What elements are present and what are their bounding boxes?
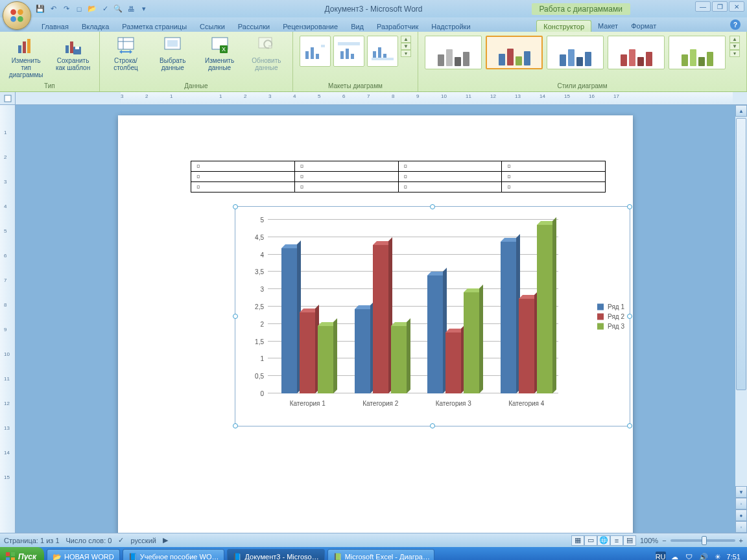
tab-chart-layout[interactable]: Макет bbox=[591, 20, 624, 32]
print-layout-view-icon[interactable]: ▦ bbox=[571, 535, 584, 546]
browse-object-icon[interactable]: ● bbox=[735, 509, 747, 521]
scroll-up-icon[interactable]: ▲ bbox=[735, 105, 747, 117]
tab-addins[interactable]: Надстройки bbox=[425, 21, 477, 32]
chart-plot-area[interactable]: 00,511,522,533,544,55Категория 1Категори… bbox=[268, 220, 558, 393]
switch-row-col-button[interactable]: Строка/столбец bbox=[104, 33, 148, 73]
document-table[interactable]: ¤¤¤¤ ¤¤¤¤ ¤¤¤¤ bbox=[191, 161, 606, 192]
tray-icon[interactable]: 🔊 bbox=[698, 552, 709, 560]
gallery-scroll-icon[interactable]: ▾ bbox=[729, 50, 740, 57]
gallery-scroll-icon[interactable]: ▼ bbox=[729, 43, 740, 50]
style-thumb[interactable] bbox=[608, 36, 665, 69]
tray-icon[interactable]: ☁ bbox=[670, 552, 680, 560]
selection-handle[interactable] bbox=[627, 314, 632, 319]
macro-icon[interactable]: ▶ bbox=[163, 536, 168, 544]
selection-handle[interactable] bbox=[430, 204, 435, 209]
tray-lang-icon[interactable]: RU bbox=[656, 552, 666, 560]
spell-check-icon[interactable]: ✓ bbox=[118, 536, 124, 544]
chart-object[interactable]: 00,511,522,533,544,55Категория 1Категори… bbox=[235, 206, 630, 426]
svg-rect-35 bbox=[5, 95, 11, 102]
status-page[interactable]: Страница: 1 из 1 bbox=[4, 537, 60, 544]
layout-thumb[interactable] bbox=[367, 36, 398, 67]
svg-rect-28 bbox=[346, 49, 349, 59]
tab-mailings[interactable]: Рассылки bbox=[231, 21, 276, 32]
chart-legend[interactable]: Ряд 1Ряд 2Ряд 3 bbox=[597, 301, 624, 332]
taskbar-item[interactable]: 📗 Microsoft Excel - Диагра… bbox=[327, 549, 434, 560]
save-template-button[interactable]: Сохранить как шаблон bbox=[51, 33, 95, 73]
tab-design[interactable]: Конструктор bbox=[536, 20, 591, 32]
vertical-ruler[interactable]: 123456789101112131415 bbox=[0, 105, 16, 533]
new-icon[interactable]: □ bbox=[74, 4, 84, 14]
tab-references[interactable]: Ссылки bbox=[193, 21, 231, 32]
draft-view-icon[interactable]: ▤ bbox=[623, 535, 636, 546]
print-icon[interactable]: 🖶 bbox=[126, 4, 136, 14]
scroll-thumb[interactable] bbox=[736, 118, 746, 390]
gallery-more-icon[interactable]: ▾ bbox=[401, 50, 411, 57]
selection-handle[interactable] bbox=[233, 204, 238, 209]
qat-dropdown-icon[interactable]: ▾ bbox=[139, 4, 149, 14]
start-button[interactable]: Пуск bbox=[0, 547, 44, 560]
redo-icon[interactable]: ↷ bbox=[61, 4, 71, 14]
selection-handle[interactable] bbox=[627, 204, 632, 209]
tab-review[interactable]: Рецензирование bbox=[276, 21, 344, 32]
tab-layout[interactable]: Разметка страницы bbox=[115, 21, 193, 32]
tab-insert[interactable]: Вкладка bbox=[75, 21, 115, 32]
change-chart-type-button[interactable]: Изменить тип диаграммы bbox=[4, 33, 48, 80]
refresh-data-button[interactable]: Обновить данные bbox=[244, 33, 289, 73]
gallery-down-icon[interactable]: ▼ bbox=[401, 43, 411, 50]
style-thumb[interactable] bbox=[547, 36, 604, 69]
horizontal-ruler[interactable]: 3211234567891011121314151617 bbox=[121, 92, 733, 104]
edit-data-button[interactable]: X Изменить данные bbox=[197, 33, 241, 73]
document-area[interactable]: ¤¤¤¤ ¤¤¤¤ ¤¤¤¤ 00,511,522,533,544,55Кате… bbox=[16, 105, 735, 533]
layout-thumb[interactable] bbox=[300, 36, 331, 67]
style-thumb[interactable] bbox=[425, 36, 482, 69]
next-page-icon[interactable]: ◦ bbox=[735, 521, 747, 533]
minimize-button[interactable]: — bbox=[695, 1, 711, 12]
zoom-out-icon[interactable]: − bbox=[662, 537, 666, 544]
zoom-slider-thumb[interactable] bbox=[702, 536, 707, 545]
save-icon[interactable]: 💾 bbox=[35, 4, 45, 14]
undo-icon[interactable]: ↶ bbox=[48, 4, 58, 14]
status-words[interactable]: Число слов: 0 bbox=[66, 537, 112, 544]
tray-icon[interactable]: 🛡 bbox=[684, 552, 694, 560]
svg-point-0 bbox=[10, 9, 16, 15]
zoom-value[interactable]: 100% bbox=[640, 537, 658, 544]
selection-handle[interactable] bbox=[430, 423, 435, 428]
tab-developer[interactable]: Разработчик bbox=[370, 21, 425, 32]
scroll-down-icon[interactable]: ▼ bbox=[735, 486, 747, 498]
tray-icon[interactable]: ☀ bbox=[713, 552, 723, 560]
web-view-icon[interactable]: 🌐 bbox=[597, 535, 610, 546]
zoom-in-icon[interactable]: + bbox=[739, 537, 743, 544]
svg-rect-27 bbox=[340, 51, 344, 59]
open-icon[interactable]: 📂 bbox=[87, 4, 97, 14]
tab-format[interactable]: Формат bbox=[624, 20, 663, 32]
spell-icon[interactable]: ✓ bbox=[100, 4, 110, 14]
gallery-up-icon[interactable]: ▲ bbox=[401, 36, 411, 43]
tab-view[interactable]: Вид bbox=[344, 21, 370, 32]
selection-handle[interactable] bbox=[627, 423, 632, 428]
taskbar-item[interactable]: 📘 Учебное пособие WO… bbox=[123, 549, 225, 560]
gallery-scroll-icon[interactable]: ▲ bbox=[729, 36, 740, 43]
taskbar: Пуск 📂 НОВАЯ WORD 📘 Учебное пособие WO… … bbox=[0, 547, 747, 560]
taskbar-item[interactable]: 📂 НОВАЯ WORD bbox=[47, 549, 120, 560]
zoom-slider[interactable] bbox=[670, 539, 735, 542]
layout-thumb[interactable] bbox=[333, 36, 364, 67]
taskbar-item[interactable]: 📘 Документ3 - Microso… bbox=[227, 549, 324, 560]
ruler-corner[interactable] bbox=[0, 92, 16, 104]
status-lang[interactable]: русский bbox=[130, 537, 156, 544]
restore-button[interactable]: ❐ bbox=[712, 1, 728, 12]
preview-icon[interactable]: 🔍 bbox=[113, 4, 123, 14]
full-reading-view-icon[interactable]: ▭ bbox=[584, 535, 597, 546]
scroll-track[interactable] bbox=[735, 117, 747, 486]
prev-page-icon[interactable]: ◦ bbox=[735, 498, 747, 509]
style-thumb[interactable] bbox=[486, 36, 543, 69]
select-data-button[interactable]: Выбрать данные bbox=[150, 33, 195, 73]
selection-handle[interactable] bbox=[233, 314, 238, 319]
tray-clock[interactable]: 7:51 bbox=[727, 553, 741, 560]
close-button[interactable]: ✕ bbox=[729, 1, 744, 12]
selection-handle[interactable] bbox=[233, 423, 238, 428]
tab-home[interactable]: Главная bbox=[35, 21, 75, 32]
office-button[interactable] bbox=[3, 1, 31, 30]
outline-view-icon[interactable]: ≡ bbox=[610, 535, 623, 546]
help-icon[interactable]: ? bbox=[730, 19, 741, 30]
style-thumb[interactable] bbox=[669, 36, 726, 69]
